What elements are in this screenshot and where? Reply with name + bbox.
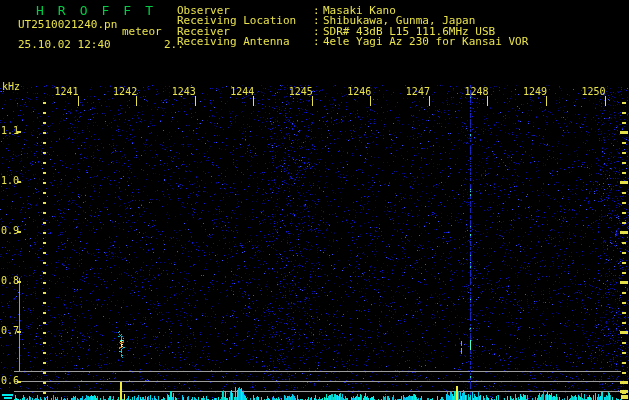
freq-tick-label: 0.6 <box>1 376 19 386</box>
spectrogram-canvas <box>0 0 629 400</box>
time-tick-label: 1243 <box>172 87 196 97</box>
filename-label: UT2510021240.pn <box>18 19 117 30</box>
app-title: HROFFT <box>36 4 167 17</box>
freq-tick-label: 0.9 <box>1 226 19 236</box>
time-tick-label: 1244 <box>230 87 254 97</box>
y-axis-unit-label: kHz <box>2 82 20 92</box>
freq-tick-label: 1.1 <box>1 126 19 136</box>
time-tick-label: 1247 <box>406 87 430 97</box>
freq-tick-label: 0.8 <box>1 276 19 286</box>
time-tick-label: 1248 <box>464 87 488 97</box>
info-separator: : <box>313 36 320 47</box>
info-value-antenna: 4ele Yagi Az 230 for Kansai VOR <box>323 36 528 47</box>
hrofft-window: HROFFT UT2510021240.pn meteor 25.10.02 1… <box>0 0 629 400</box>
time-tick-label: 1245 <box>289 87 313 97</box>
time-tick-label: 1246 <box>347 87 371 97</box>
mode-label: meteor <box>122 26 162 37</box>
freq-tick-label: 0.7 <box>1 326 19 336</box>
time-tick-label: 1242 <box>113 87 137 97</box>
datetime-label: 25.10.02 12:40 <box>18 39 111 50</box>
time-tick-label: 1249 <box>523 87 547 97</box>
time-tick-label: 1241 <box>55 87 79 97</box>
info-label-antenna: Receiving Antenna <box>177 36 290 47</box>
time-tick-label: 1250 <box>582 87 606 97</box>
freq-tick-label: 1.0 <box>1 176 19 186</box>
